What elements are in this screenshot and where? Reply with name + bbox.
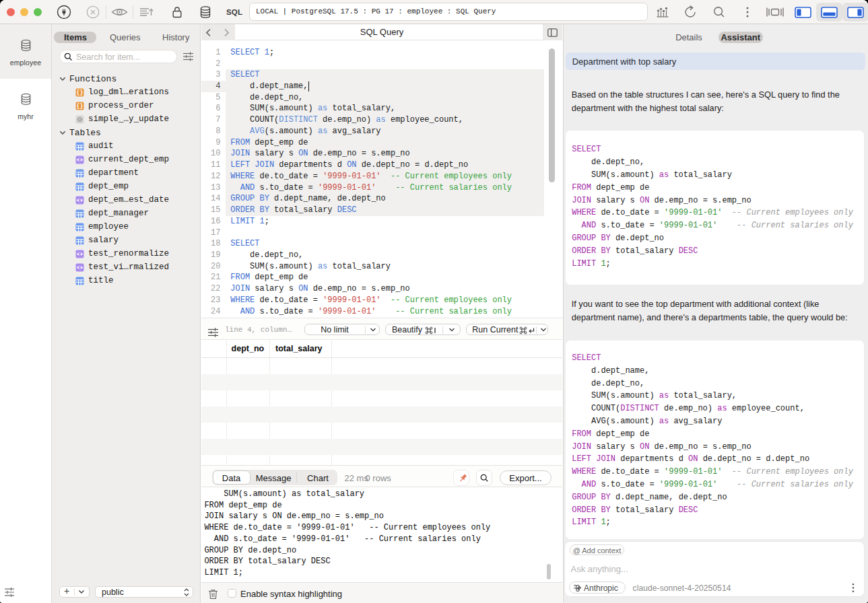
svg-text:{}: {} bbox=[77, 90, 84, 96]
svg-text:{}: {} bbox=[77, 103, 84, 109]
